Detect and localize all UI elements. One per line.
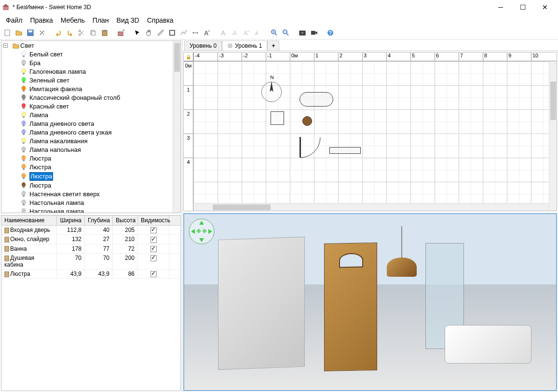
- furniture-catalog[interactable]: − Свет Белый светБраГалогеновая лампаЗел…: [1, 41, 181, 213]
- menu-help[interactable]: Справка: [144, 15, 177, 25]
- table-row[interactable]: Окно, слайдер13227210: [1, 235, 180, 244]
- header-name[interactable]: Наименование: [1, 216, 57, 225]
- polyline-tool-button[interactable]: [178, 27, 189, 38]
- svg-rect-52: [23, 160, 25, 161]
- catalog-item[interactable]: Имитация факела: [1, 85, 180, 94]
- obj3d-door[interactable]: [324, 243, 377, 371]
- obj3d-bathtub[interactable]: [445, 325, 531, 364]
- catalog-scrollbar[interactable]: [173, 41, 180, 213]
- paste-button[interactable]: [99, 27, 110, 38]
- plan-object-bathtub[interactable]: [299, 92, 333, 107]
- svg-text:+: +: [122, 29, 125, 33]
- catalog-item[interactable]: Люстра: [1, 181, 180, 190]
- obj3d-chandelier[interactable]: [401, 226, 402, 260]
- table-row[interactable]: Люстра43,943,986: [1, 270, 180, 279]
- plan-scrollbar-h[interactable]: [184, 203, 549, 211]
- menu-furniture[interactable]: Мебель: [58, 15, 88, 25]
- header-depth[interactable]: Глубина: [85, 216, 113, 225]
- text-decrease-button[interactable]: A: [253, 27, 263, 38]
- catalog-item[interactable]: Лампа накаливания: [1, 137, 180, 146]
- cell-visible[interactable]: [138, 226, 169, 234]
- catalog-item[interactable]: Белый свет: [1, 50, 180, 59]
- cell-visible[interactable]: [138, 270, 169, 278]
- zoom-out-button[interactable]: [281, 27, 291, 38]
- catalog-item[interactable]: Зеленый свет: [1, 76, 180, 85]
- plan-2d-view[interactable]: -4-3-2-10м12345678910 0м1234 N: [183, 52, 557, 211]
- room-tool-button[interactable]: [167, 27, 177, 38]
- video-button[interactable]: [309, 27, 319, 38]
- catalog-item[interactable]: Лампа: [1, 111, 180, 120]
- view-3d[interactable]: [183, 213, 557, 391]
- catalog-category[interactable]: − Свет: [1, 41, 180, 50]
- pan-tool-button[interactable]: [144, 27, 154, 38]
- ruler-tick: 3: [362, 53, 386, 61]
- plan-object-window[interactable]: [329, 147, 361, 154]
- undo-button[interactable]: [53, 27, 64, 38]
- obj3d-chandelier-shade[interactable]: [387, 257, 417, 277]
- table-row[interactable]: Душевая кабина7070200: [1, 254, 180, 270]
- catalog-item[interactable]: Люстра: [1, 154, 180, 163]
- save-button[interactable]: [25, 27, 36, 38]
- plan-object-door[interactable]: [299, 137, 321, 158]
- minimize-button[interactable]: ─: [490, 0, 512, 14]
- cell-visible[interactable]: [138, 244, 169, 253]
- new-button[interactable]: [2, 27, 13, 38]
- copy-button[interactable]: [88, 27, 98, 38]
- text-increase-button[interactable]: A: [241, 27, 252, 38]
- header-width[interactable]: Ширина: [57, 216, 85, 225]
- ruler-corner: [184, 53, 193, 61]
- table-row[interactable]: Ванна1787772: [1, 244, 180, 254]
- help-button[interactable]: ?: [325, 27, 336, 38]
- catalog-item[interactable]: Классический фонарный столб: [1, 94, 180, 102]
- catalog-item[interactable]: Люстра: [1, 163, 180, 172]
- catalog-item[interactable]: Красный свет: [1, 102, 180, 111]
- light-icon: [20, 103, 27, 110]
- photo-button[interactable]: [297, 27, 308, 38]
- menu-plan[interactable]: План: [90, 15, 112, 25]
- text-bold-button[interactable]: A: [218, 27, 229, 38]
- redo-button[interactable]: [65, 27, 75, 38]
- preferences-button[interactable]: [37, 27, 47, 38]
- tab-level-1[interactable]: Уровень 1: [222, 41, 267, 51]
- catalog-item[interactable]: Люстра: [1, 172, 180, 181]
- menu-edit[interactable]: Правка: [27, 15, 55, 25]
- close-button[interactable]: ✕: [534, 0, 556, 14]
- catalog-item[interactable]: Лампа дневного света: [1, 120, 180, 128]
- add-furniture-button[interactable]: +: [116, 27, 126, 38]
- cell-visible[interactable]: [138, 235, 169, 243]
- plan-object-chandelier[interactable]: [302, 116, 312, 126]
- compass[interactable]: N: [258, 76, 285, 103]
- text-italic-button[interactable]: A: [230, 27, 240, 38]
- catalog-item[interactable]: Настенная светит вверх: [1, 190, 180, 199]
- table-row[interactable]: Входная дверь112,840205: [1, 226, 180, 235]
- header-height[interactable]: Высота: [113, 216, 138, 225]
- collapse-icon[interactable]: −: [3, 43, 8, 48]
- catalog-item[interactable]: Лампа напольная: [1, 146, 180, 154]
- furniture-list[interactable]: Наименование Ширина Глубина Высота Видим…: [1, 215, 181, 391]
- open-button[interactable]: [14, 27, 24, 38]
- nav-widget[interactable]: [188, 218, 215, 245]
- maximize-button[interactable]: ☐: [512, 0, 534, 14]
- obj3d-window[interactable]: [218, 237, 305, 370]
- catalog-item[interactable]: Настольная лампа: [1, 207, 180, 213]
- svg-rect-60: [23, 195, 25, 197]
- add-level-button[interactable]: +: [267, 41, 279, 51]
- select-tool-button[interactable]: [132, 27, 143, 38]
- plan-scrollbar-v[interactable]: [549, 53, 557, 211]
- plan-object-shower[interactable]: [271, 111, 284, 125]
- zoom-in-button[interactable]: [269, 27, 280, 38]
- menu-3dview[interactable]: Вид 3D: [114, 15, 142, 25]
- cut-button[interactable]: [76, 27, 87, 38]
- dimension-tool-button[interactable]: [190, 27, 201, 38]
- catalog-item[interactable]: Лампа дневного света узкая: [1, 128, 180, 137]
- cell-visible[interactable]: [138, 254, 169, 269]
- tab-level-0[interactable]: Уровень 0: [184, 41, 222, 51]
- menu-file[interactable]: Файл: [3, 15, 25, 25]
- catalog-item[interactable]: Галогеновая лампа: [1, 68, 180, 76]
- catalog-item[interactable]: Бра: [1, 59, 180, 68]
- catalog-item[interactable]: Настольная лампа: [1, 199, 180, 207]
- header-visible[interactable]: Видимость: [138, 216, 169, 225]
- wall-tool-button[interactable]: [155, 27, 166, 38]
- ruler-tick: -3: [218, 53, 242, 61]
- text-tool-button[interactable]: A+: [202, 27, 212, 38]
